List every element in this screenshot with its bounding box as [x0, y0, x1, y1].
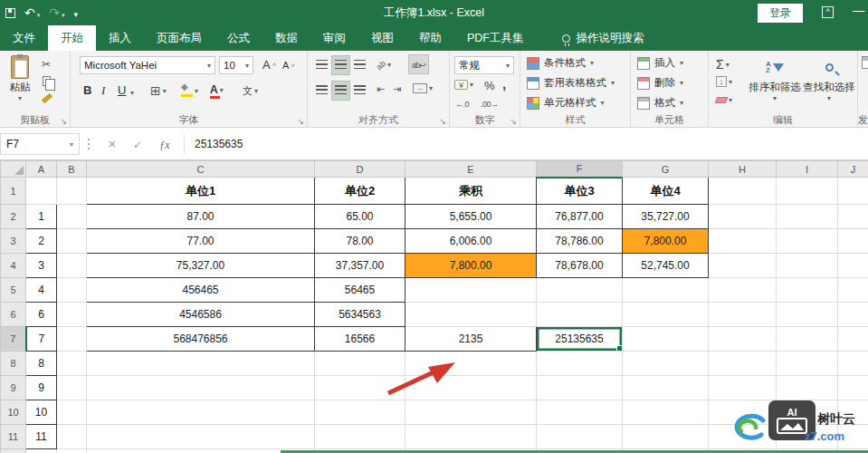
cell-I11[interactable] — [777, 425, 838, 449]
font-name-select[interactable]: Microsoft YaHei▾ — [80, 56, 215, 74]
cell-A5[interactable]: 4 — [26, 278, 57, 303]
cell-I4[interactable] — [777, 254, 838, 278]
cell-H3[interactable] — [709, 229, 777, 254]
column-header-H[interactable]: H — [709, 161, 777, 178]
cell-H4[interactable] — [709, 254, 777, 278]
cell-C4[interactable]: 75,327.00 — [87, 254, 315, 278]
name-box[interactable]: F7 ▾ — [0, 133, 80, 155]
column-header-J[interactable]: J — [838, 161, 868, 178]
cell-C3[interactable]: 77.00 — [87, 229, 315, 254]
styles-item-1[interactable]: 条件格式▾ — [527, 56, 594, 70]
cell-F8[interactable] — [537, 352, 623, 376]
cell-H9[interactable] — [709, 376, 777, 400]
cell-J5[interactable] — [838, 278, 868, 303]
row-header-1[interactable]: 1 — [1, 178, 26, 205]
cell-F9[interactable] — [537, 376, 623, 400]
cell-C5[interactable]: 456465 — [87, 278, 315, 303]
tab-审阅[interactable]: 审阅 — [310, 25, 358, 51]
accounting-format-button[interactable]: ▾ — [454, 80, 473, 90]
cell-H10[interactable] — [709, 400, 777, 425]
minimize-button[interactable]: — — [853, 4, 864, 17]
select-all-button[interactable] — [1, 161, 26, 178]
tab-file[interactable]: 文件 — [0, 25, 48, 51]
cell-B11[interactable] — [57, 425, 87, 449]
tab-数据[interactable]: 数据 — [262, 25, 310, 51]
tab-开始[interactable]: 开始 — [48, 25, 96, 51]
align-bottom-button[interactable] — [351, 56, 368, 74]
cell-F10[interactable] — [537, 400, 623, 425]
cell-G5[interactable] — [623, 278, 709, 303]
font-color-button[interactable]: A▾ — [210, 84, 224, 95]
cell-B3[interactable] — [57, 229, 87, 254]
cell-I9[interactable] — [777, 376, 838, 400]
cell-C9[interactable] — [87, 376, 315, 400]
dialog-launcher-icon[interactable] — [439, 117, 446, 126]
cell-E10[interactable] — [405, 400, 537, 425]
align-top-button[interactable] — [313, 56, 330, 74]
cell-E8[interactable] — [405, 352, 537, 376]
insert-function-button[interactable] — [154, 133, 176, 155]
row-header-8[interactable]: 8 — [1, 352, 26, 376]
align-center-button[interactable] — [332, 82, 349, 100]
formula-input[interactable]: 25135635 — [195, 129, 243, 160]
dialog-launcher-icon[interactable] — [297, 117, 304, 126]
cell-D10[interactable] — [315, 400, 405, 425]
caret-icon[interactable]: ▾ — [130, 89, 134, 97]
ribbon-display-options-icon[interactable] — [822, 6, 834, 18]
cell-F1[interactable]: 单位3 — [537, 178, 623, 205]
cell-A8[interactable]: 8 — [26, 352, 57, 376]
cell-J1[interactable] — [838, 178, 868, 205]
cell-B2[interactable] — [57, 205, 87, 229]
cell-D3[interactable]: 78.00 — [315, 229, 405, 254]
cell-A1[interactable] — [26, 178, 57, 205]
cells-item-1[interactable]: 插入▾ — [637, 56, 683, 70]
cell-B6[interactable] — [57, 303, 87, 327]
bold-button[interactable]: B — [83, 83, 91, 97]
cell-A9[interactable]: 9 — [26, 376, 57, 400]
font-size-select[interactable]: 10▾ — [219, 56, 253, 74]
cell-I1[interactable] — [777, 178, 838, 205]
decrease-indent-button[interactable] — [377, 83, 385, 95]
row-header-2[interactable]: 2 — [1, 205, 26, 229]
cell-G7[interactable] — [623, 327, 709, 352]
decrease-font-button[interactable]: A — [282, 60, 295, 71]
cell-C7[interactable]: 568476856 — [87, 327, 315, 352]
cell-I2[interactable] — [777, 205, 838, 229]
cell-E5[interactable] — [405, 278, 537, 303]
tab-公式[interactable]: 公式 — [215, 25, 262, 51]
cell-J8[interactable] — [838, 352, 868, 376]
cell-I7[interactable] — [777, 327, 838, 352]
dialog-launcher-icon[interactable] — [60, 117, 67, 126]
cell-H2[interactable] — [709, 205, 777, 229]
cell-G6[interactable] — [623, 303, 709, 327]
tell-me-search[interactable]: 操作说明搜索 — [562, 25, 644, 51]
row-header-6[interactable]: 6 — [1, 303, 26, 327]
align-left-button[interactable] — [313, 82, 330, 100]
cell-I5[interactable] — [777, 278, 838, 303]
cell-H5[interactable] — [709, 278, 777, 303]
cell-E7[interactable]: 2135 — [405, 327, 537, 352]
cell-E9[interactable] — [405, 376, 537, 400]
align-right-button[interactable] — [351, 82, 368, 100]
cell-H11[interactable] — [709, 425, 777, 449]
number-format-select[interactable]: 常规▾ — [454, 56, 514, 74]
cell-F7[interactable]: 25135635 — [537, 327, 623, 352]
cell-J10[interactable] — [838, 400, 868, 425]
cell-C10[interactable] — [87, 400, 315, 425]
cell-I3[interactable] — [777, 229, 838, 254]
enter-button[interactable] — [127, 133, 148, 155]
cell-B7[interactable] — [57, 327, 87, 352]
formula-bar-handle[interactable] — [88, 139, 90, 140]
cancel-button[interactable] — [101, 133, 123, 155]
cell-D6[interactable]: 5634563 — [315, 303, 405, 327]
cell-H6[interactable] — [709, 303, 777, 327]
cell-E1[interactable]: 乘积 — [405, 178, 537, 205]
underline-button[interactable]: U — [118, 83, 126, 97]
format-painter-button[interactable] — [42, 96, 52, 101]
increase-indent-button[interactable] — [393, 83, 401, 95]
cell-D5[interactable]: 56465 — [315, 278, 405, 303]
cell-J11[interactable] — [838, 425, 868, 449]
cell-D11[interactable] — [315, 425, 405, 449]
cell-F2[interactable]: 76,877.00 — [537, 205, 623, 229]
comma-style-button[interactable]: , — [502, 76, 506, 92]
